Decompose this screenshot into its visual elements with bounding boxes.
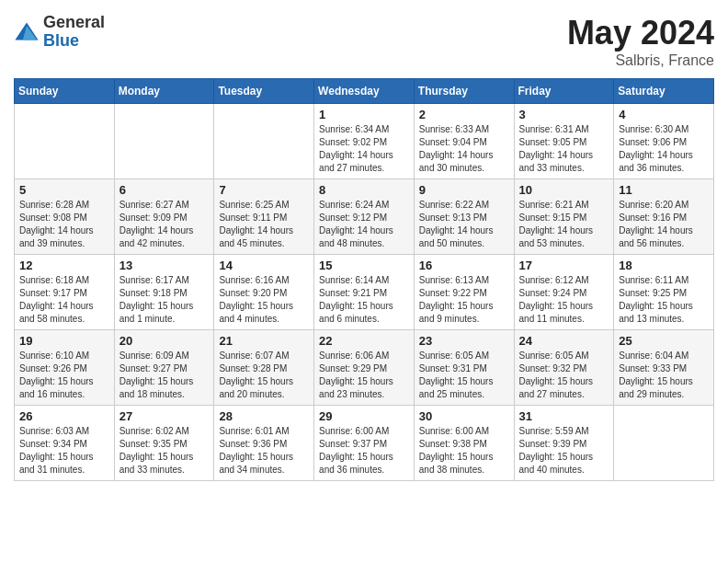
- day-number: 16: [419, 259, 509, 272]
- day-info: Sunrise: 6:24 AM Sunset: 9:12 PM Dayligh…: [319, 199, 409, 250]
- day-number: 26: [19, 409, 109, 423]
- day-number: 3: [519, 108, 609, 121]
- calendar-cell: 2Sunrise: 6:33 AM Sunset: 9:04 PM Daylig…: [414, 104, 514, 179]
- day-number: 24: [519, 334, 609, 348]
- day-number: 20: [119, 334, 210, 348]
- logo: General Blue: [14, 14, 105, 51]
- day-info: Sunrise: 6:25 AM Sunset: 9:11 PM Dayligh…: [219, 199, 309, 250]
- calendar-cell: 3Sunrise: 6:31 AM Sunset: 9:05 PM Daylig…: [514, 104, 614, 179]
- title-block: May 2024 Salbris, France: [567, 14, 714, 69]
- day-info: Sunrise: 6:21 AM Sunset: 9:15 PM Dayligh…: [519, 199, 609, 250]
- day-number: 28: [219, 409, 309, 423]
- calendar-cell: 12Sunrise: 6:18 AM Sunset: 9:17 PM Dayli…: [15, 255, 115, 330]
- calendar-cell: 31Sunrise: 5:59 AM Sunset: 9:39 PM Dayli…: [514, 406, 614, 481]
- week-row-2: 5Sunrise: 6:28 AM Sunset: 9:08 PM Daylig…: [15, 179, 714, 255]
- day-info: Sunrise: 6:16 AM Sunset: 9:20 PM Dayligh…: [219, 274, 309, 326]
- day-number: 27: [119, 409, 210, 423]
- day-info: Sunrise: 6:34 AM Sunset: 9:02 PM Dayligh…: [319, 123, 409, 175]
- calendar-cell: 17Sunrise: 6:12 AM Sunset: 9:24 PM Dayli…: [514, 255, 614, 330]
- day-number: 18: [619, 259, 709, 272]
- day-info: Sunrise: 6:07 AM Sunset: 9:28 PM Dayligh…: [219, 350, 309, 401]
- day-number: 6: [119, 183, 210, 197]
- day-number: 11: [619, 183, 709, 197]
- calendar-cell: 29Sunrise: 6:00 AM Sunset: 9:37 PM Dayli…: [314, 406, 415, 481]
- day-number: 9: [419, 183, 509, 197]
- calendar-cell: 27Sunrise: 6:02 AM Sunset: 9:35 PM Dayli…: [114, 406, 214, 481]
- calendar-cell: 16Sunrise: 6:13 AM Sunset: 9:22 PM Dayli…: [414, 255, 514, 330]
- calendar-cell: 13Sunrise: 6:17 AM Sunset: 9:18 PM Dayli…: [114, 255, 214, 330]
- calendar-header: SundayMondayTuesdayWednesdayThursdayFrid…: [15, 79, 714, 104]
- calendar-cell: 19Sunrise: 6:10 AM Sunset: 9:26 PM Dayli…: [15, 330, 115, 406]
- calendar-cell: 25Sunrise: 6:04 AM Sunset: 9:33 PM Dayli…: [614, 330, 714, 406]
- day-info: Sunrise: 6:22 AM Sunset: 9:13 PM Dayligh…: [419, 199, 509, 250]
- calendar-cell: [214, 104, 314, 179]
- calendar-cell: 23Sunrise: 6:05 AM Sunset: 9:31 PM Dayli…: [414, 330, 514, 406]
- day-info: Sunrise: 6:31 AM Sunset: 9:05 PM Dayligh…: [519, 123, 609, 175]
- calendar-cell: 18Sunrise: 6:11 AM Sunset: 9:25 PM Dayli…: [614, 255, 714, 330]
- calendar-cell: 20Sunrise: 6:09 AM Sunset: 9:27 PM Dayli…: [114, 330, 214, 406]
- calendar-location: Salbris, France: [567, 52, 714, 69]
- calendar-body: 1Sunrise: 6:34 AM Sunset: 9:02 PM Daylig…: [15, 104, 714, 481]
- logo-blue-text: Blue: [43, 32, 105, 51]
- calendar-cell: 4Sunrise: 6:30 AM Sunset: 9:06 PM Daylig…: [614, 104, 714, 179]
- day-number: 30: [419, 409, 509, 423]
- calendar-cell: 30Sunrise: 6:00 AM Sunset: 9:38 PM Dayli…: [414, 406, 514, 481]
- day-info: Sunrise: 6:02 AM Sunset: 9:35 PM Dayligh…: [119, 425, 210, 477]
- day-header-row: SundayMondayTuesdayWednesdayThursdayFrid…: [15, 79, 714, 104]
- calendar-cell: [114, 104, 214, 179]
- day-info: Sunrise: 5:59 AM Sunset: 9:39 PM Dayligh…: [519, 425, 609, 477]
- day-number: 31: [519, 409, 609, 423]
- logo-text: General Blue: [43, 14, 105, 51]
- day-number: 22: [319, 334, 409, 348]
- day-number: 25: [619, 334, 709, 348]
- day-info: Sunrise: 6:12 AM Sunset: 9:24 PM Dayligh…: [519, 274, 609, 326]
- day-info: Sunrise: 6:20 AM Sunset: 9:16 PM Dayligh…: [619, 199, 709, 250]
- calendar-cell: 7Sunrise: 6:25 AM Sunset: 9:11 PM Daylig…: [214, 179, 314, 255]
- calendar-cell: 5Sunrise: 6:28 AM Sunset: 9:08 PM Daylig…: [15, 179, 115, 255]
- day-header-wednesday: Wednesday: [314, 79, 415, 104]
- logo-icon: [14, 19, 40, 45]
- calendar-cell: 8Sunrise: 6:24 AM Sunset: 9:12 PM Daylig…: [314, 179, 415, 255]
- day-number: 12: [19, 259, 109, 272]
- day-info: Sunrise: 6:03 AM Sunset: 9:34 PM Dayligh…: [19, 425, 109, 477]
- day-info: Sunrise: 6:00 AM Sunset: 9:38 PM Dayligh…: [419, 425, 509, 477]
- day-info: Sunrise: 6:00 AM Sunset: 9:37 PM Dayligh…: [319, 425, 409, 477]
- day-number: 13: [119, 259, 210, 272]
- day-header-thursday: Thursday: [414, 79, 514, 104]
- day-number: 19: [19, 334, 109, 348]
- week-row-3: 12Sunrise: 6:18 AM Sunset: 9:17 PM Dayli…: [15, 255, 714, 330]
- day-number: 7: [219, 183, 309, 197]
- day-info: Sunrise: 6:11 AM Sunset: 9:25 PM Dayligh…: [619, 274, 709, 326]
- calendar-table: SundayMondayTuesdayWednesdayThursdayFrid…: [14, 78, 714, 481]
- day-info: Sunrise: 6:13 AM Sunset: 9:22 PM Dayligh…: [419, 274, 509, 326]
- day-header-saturday: Saturday: [614, 79, 714, 104]
- calendar-cell: 1Sunrise: 6:34 AM Sunset: 9:02 PM Daylig…: [314, 104, 415, 179]
- day-info: Sunrise: 6:27 AM Sunset: 9:09 PM Dayligh…: [119, 199, 210, 250]
- day-number: 5: [19, 183, 109, 197]
- day-info: Sunrise: 6:30 AM Sunset: 9:06 PM Dayligh…: [619, 123, 709, 175]
- day-info: Sunrise: 6:28 AM Sunset: 9:08 PM Dayligh…: [19, 199, 109, 250]
- day-info: Sunrise: 6:01 AM Sunset: 9:36 PM Dayligh…: [219, 425, 309, 477]
- calendar-cell: 14Sunrise: 6:16 AM Sunset: 9:20 PM Dayli…: [214, 255, 314, 330]
- week-row-4: 19Sunrise: 6:10 AM Sunset: 9:26 PM Dayli…: [15, 330, 714, 406]
- day-number: 14: [219, 259, 309, 272]
- day-info: Sunrise: 6:04 AM Sunset: 9:33 PM Dayligh…: [619, 350, 709, 401]
- day-info: Sunrise: 6:10 AM Sunset: 9:26 PM Dayligh…: [19, 350, 109, 401]
- calendar-cell: 22Sunrise: 6:06 AM Sunset: 9:29 PM Dayli…: [314, 330, 415, 406]
- day-header-tuesday: Tuesday: [214, 79, 314, 104]
- calendar-cell: [15, 104, 115, 179]
- day-number: 29: [319, 409, 409, 423]
- page-header: General Blue May 2024 Salbris, France: [14, 14, 714, 69]
- day-info: Sunrise: 6:06 AM Sunset: 9:29 PM Dayligh…: [319, 350, 409, 401]
- day-number: 2: [419, 108, 509, 121]
- calendar-cell: 26Sunrise: 6:03 AM Sunset: 9:34 PM Dayli…: [15, 406, 115, 481]
- day-number: 1: [319, 108, 409, 121]
- day-header-monday: Monday: [114, 79, 214, 104]
- calendar-cell: 15Sunrise: 6:14 AM Sunset: 9:21 PM Dayli…: [314, 255, 415, 330]
- calendar-title: May 2024: [567, 14, 714, 52]
- week-row-5: 26Sunrise: 6:03 AM Sunset: 9:34 PM Dayli…: [15, 406, 714, 481]
- day-number: 4: [619, 108, 709, 121]
- calendar-cell: 6Sunrise: 6:27 AM Sunset: 9:09 PM Daylig…: [114, 179, 214, 255]
- day-number: 21: [219, 334, 309, 348]
- day-info: Sunrise: 6:17 AM Sunset: 9:18 PM Dayligh…: [119, 274, 210, 326]
